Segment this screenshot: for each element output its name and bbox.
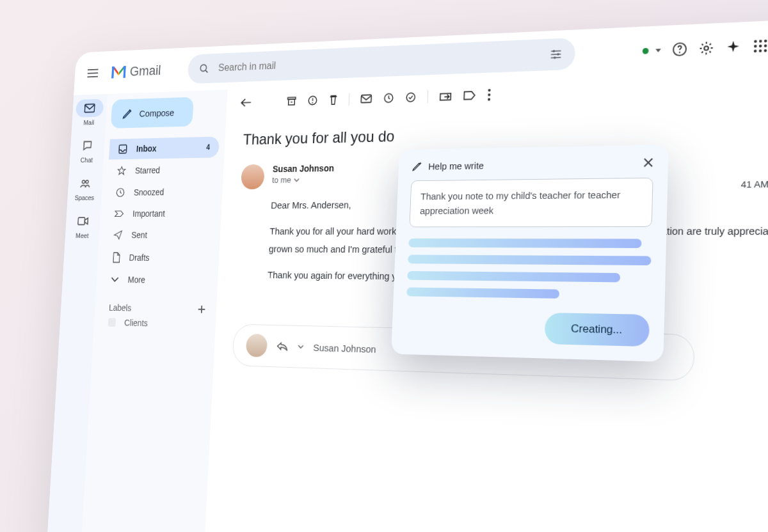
toolbar-separator xyxy=(349,93,350,106)
skeleton-line xyxy=(406,287,559,298)
rail-meet-label: Meet xyxy=(76,232,89,239)
rail-meet[interactable]: Meet xyxy=(68,212,97,239)
rail-spaces[interactable]: Spaces xyxy=(70,174,99,201)
sidebar-item-sent[interactable]: Sent xyxy=(104,224,215,246)
label-clients-text: Clients xyxy=(124,318,148,328)
rail-chat[interactable]: Chat xyxy=(73,136,102,164)
add-label-button[interactable] xyxy=(197,304,207,315)
svg-point-7 xyxy=(755,40,758,43)
skeleton-line xyxy=(407,271,620,283)
sidebar-important-label: Important xyxy=(132,208,165,219)
svg-rect-19 xyxy=(78,217,85,224)
svg-rect-16 xyxy=(84,104,95,113)
svg-point-1 xyxy=(553,50,556,52)
toolbar-separator-2 xyxy=(427,90,428,103)
help-icon[interactable] xyxy=(672,42,687,57)
sidebar-snoozed-label: Snoozed xyxy=(134,187,164,198)
sidebar-inbox-label: Inbox xyxy=(136,143,157,153)
compose-label: Compose xyxy=(139,107,174,118)
star-icon xyxy=(116,165,127,176)
svg-point-31 xyxy=(406,93,415,102)
clock-icon xyxy=(115,187,125,198)
rail-mail[interactable]: Mail xyxy=(75,99,104,127)
rail-mail-label: Mail xyxy=(83,119,94,127)
sidebar-item-drafts[interactable]: Drafts xyxy=(102,246,214,269)
apps-grid-icon[interactable] xyxy=(753,38,768,54)
sidebar-sent-label: Sent xyxy=(131,230,147,240)
search-input[interactable] xyxy=(218,49,540,74)
sidebar-item-snoozed[interactable]: Snoozed xyxy=(106,181,217,203)
svg-point-28 xyxy=(312,102,313,104)
svg-point-5 xyxy=(679,52,680,53)
svg-point-17 xyxy=(82,180,84,184)
hmw-title: Help me write xyxy=(428,160,484,171)
close-icon[interactable] xyxy=(643,157,653,168)
svg-point-14 xyxy=(759,49,762,52)
labels-header: Labels xyxy=(109,302,132,313)
magic-pencil-icon xyxy=(412,160,422,172)
search-options-icon[interactable] xyxy=(548,47,563,62)
gmail-logo: Gmail xyxy=(111,63,161,80)
sparkle-icon[interactable] xyxy=(726,39,742,55)
svg-point-33 xyxy=(488,89,491,91)
status-active-dot xyxy=(643,47,649,54)
archive-icon[interactable] xyxy=(286,95,297,107)
skeleton-line xyxy=(408,254,651,265)
mail-subject: Thank you for all you do xyxy=(243,116,768,148)
gear-icon[interactable] xyxy=(699,40,715,56)
hmw-creating-button[interactable]: Creating... xyxy=(545,313,650,347)
mark-unread-icon[interactable] xyxy=(360,93,372,104)
sidebar-item-important[interactable]: Important xyxy=(105,203,216,223)
more-icon[interactable] xyxy=(487,88,492,102)
move-to-icon[interactable] xyxy=(439,91,452,102)
sidebar-item-more[interactable]: More xyxy=(101,270,212,291)
svg-rect-20 xyxy=(119,145,127,153)
chevron-down-icon[interactable] xyxy=(293,178,299,182)
sidebar-item-starred[interactable]: Starred xyxy=(108,159,218,181)
drafts-icon xyxy=(111,251,121,263)
sent-icon xyxy=(113,230,123,240)
sidebar-item-inbox[interactable]: Inbox 4 xyxy=(109,137,220,160)
label-clients[interactable]: Clients xyxy=(99,312,211,334)
add-task-icon[interactable] xyxy=(405,91,417,104)
snooze-icon[interactable] xyxy=(383,92,394,104)
chevron-down-icon xyxy=(110,276,119,283)
search-bar[interactable] xyxy=(188,38,576,84)
help-me-write-panel: Help me write Thank you note to my child… xyxy=(391,145,669,362)
svg-point-34 xyxy=(488,93,490,96)
svg-point-2 xyxy=(557,53,560,56)
rail-chat-label: Chat xyxy=(80,156,93,164)
reply-caret-icon[interactable] xyxy=(298,345,304,349)
status-caret-icon[interactable] xyxy=(656,49,662,52)
svg-point-3 xyxy=(554,56,556,59)
hmw-prompt-input[interactable]: Thank you note to my child's teacher for… xyxy=(409,178,653,228)
spam-icon[interactable] xyxy=(307,95,318,106)
svg-point-0 xyxy=(200,65,207,72)
svg-point-11 xyxy=(759,45,762,48)
delete-icon[interactable] xyxy=(328,93,339,106)
menu-button[interactable] xyxy=(81,61,104,85)
sidebar-more-label: More xyxy=(127,275,145,285)
label-swatch-icon xyxy=(108,318,116,327)
svg-rect-29 xyxy=(361,95,371,102)
svg-point-35 xyxy=(488,98,490,100)
label-icon[interactable] xyxy=(463,90,476,101)
hmw-button-label: Creating... xyxy=(571,322,623,336)
back-icon[interactable] xyxy=(240,97,252,107)
sidebar-starred-label: Starred xyxy=(135,166,161,176)
svg-point-15 xyxy=(764,49,767,52)
reply-avatar xyxy=(246,334,268,357)
search-icon xyxy=(198,62,211,76)
reply-arrow-icon xyxy=(276,341,289,352)
svg-point-8 xyxy=(760,40,763,43)
svg-point-9 xyxy=(764,40,767,43)
reply-to-name: Susan Johnson xyxy=(313,342,376,355)
compose-button[interactable]: Compose xyxy=(111,97,194,129)
to-line: to me xyxy=(272,175,291,185)
gmail-m-icon xyxy=(111,66,126,78)
rail-spaces-label: Spaces xyxy=(74,194,94,201)
sidebar-inbox-badge: 4 xyxy=(206,143,211,152)
pencil-icon xyxy=(122,107,133,120)
inbox-icon xyxy=(118,144,128,155)
important-icon xyxy=(114,210,124,218)
